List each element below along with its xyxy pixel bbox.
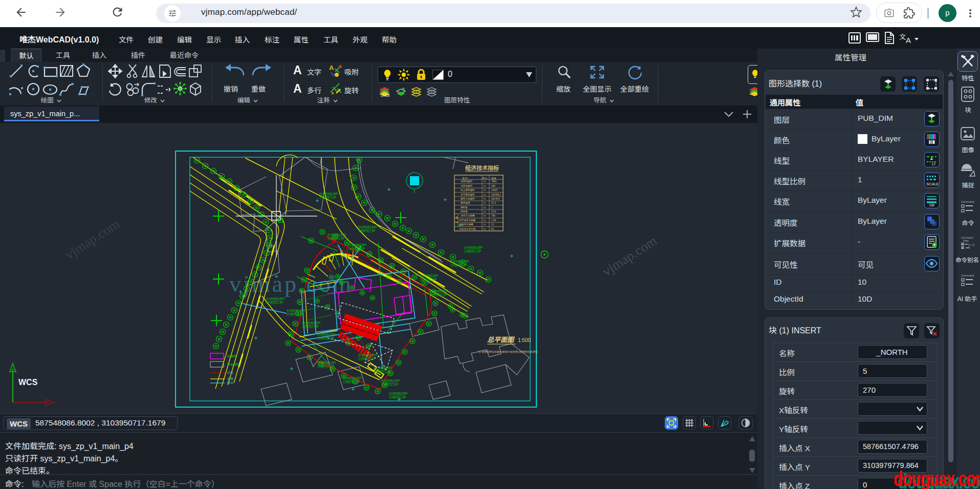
svg-text:m: m (484, 228, 486, 230)
svg-text:Alias: Alias (963, 239, 969, 242)
svg-text:X=340363.599: X=340363.599 (287, 309, 305, 312)
svg-text:7965: 7965 (491, 180, 497, 183)
svg-text:X=340363.599: X=340363.599 (348, 243, 366, 246)
svg-text:vjmap.com: vjmap.com (600, 233, 660, 280)
svg-text:m: m (484, 189, 486, 192)
svg-text:Y=587577.99: Y=587577.99 (420, 278, 437, 281)
svg-text:Y=587577.99: Y=587577.99 (317, 336, 334, 339)
svg-text:其: 其 (455, 217, 458, 219)
svg-text:地下建筑面积: 地下建筑面积 (461, 193, 475, 196)
svg-text:m: m (484, 215, 486, 217)
svg-text:11: 11 (491, 223, 494, 226)
svg-text:总停车位数量: 总停车位数量 (461, 214, 475, 217)
svg-text:28149.9: 28149.9 (491, 198, 500, 200)
svg-text:X=340363.599: X=340363.599 (343, 376, 361, 379)
svg-text:X=340363.599: X=340363.599 (358, 225, 377, 228)
svg-text:m: m (484, 185, 486, 187)
svg-text:Y=587577.99: Y=587577.99 (319, 196, 336, 199)
svg-text:容积率: 容积率 (461, 206, 468, 209)
svg-text:1:500: 1:500 (518, 337, 531, 343)
svg-text:非机动车停车数: 非机动车停车数 (459, 227, 476, 230)
svg-text:SCALE: SCALE (926, 182, 939, 186)
svg-text:m: m (484, 198, 486, 200)
svg-text:63: 63 (491, 228, 494, 230)
svg-text:X=340363.599: X=340363.599 (450, 260, 469, 263)
svg-text:Y=587577.99: Y=587577.99 (464, 249, 481, 252)
svg-text:Y=587577.99: Y=587577.99 (343, 380, 360, 383)
svg-text:(—): (—) (968, 243, 974, 247)
svg-text:X=340363.599: X=340363.599 (319, 192, 338, 195)
svg-text:地下室停车数量: 地下室停车数量 (459, 219, 476, 222)
svg-text:代征地面积: 代征地面积 (461, 184, 472, 187)
svg-text:新建筑: 新建筑 (227, 354, 236, 358)
svg-text:X=340363.599: X=340363.599 (317, 361, 336, 364)
svg-text:文: 文 (899, 33, 906, 41)
svg-text:19.6: 19.6 (491, 210, 496, 213)
svg-text:建筑密度: 建筑密度 (460, 202, 470, 204)
svg-text:m: m (484, 180, 486, 183)
svg-text:Y=587577.99: Y=587577.99 (358, 229, 375, 232)
svg-text:X=340363.599: X=340363.599 (464, 246, 483, 249)
svg-text:3: 3 (491, 206, 493, 209)
svg-text:768: 768 (491, 215, 495, 217)
svg-text:Y=587577.99: Y=587577.99 (317, 365, 334, 368)
svg-text:m: m (484, 202, 486, 204)
svg-text:100456.2: 100456.2 (491, 194, 502, 196)
svg-text:Y=587577.99: Y=587577.99 (266, 301, 283, 304)
svg-text:X=340363.599: X=340363.599 (358, 353, 377, 356)
svg-text:地上建筑面积: 地上建筑面积 (461, 188, 475, 192)
svg-text:绿地率: 绿地率 (461, 210, 468, 213)
svg-text:绿化: 绿化 (227, 381, 233, 385)
svg-text:Y=587577.99: Y=587577.99 (430, 293, 447, 296)
svg-text:Y=587577.99: Y=587577.99 (358, 357, 375, 360)
svg-text:X=340363.599: X=340363.599 (302, 321, 320, 324)
svg-text:Y=587577.99: Y=587577.99 (302, 325, 319, 328)
svg-text:m: m (484, 223, 486, 226)
svg-text:经济技术指标: 经济技术指标 (465, 165, 499, 171)
svg-text:X=340363.599: X=340363.599 (420, 274, 438, 277)
svg-text:Command: Command (961, 200, 974, 203)
svg-text:总平面图: 总平面图 (487, 336, 515, 344)
svg-text:X=340363.599: X=340363.599 (328, 233, 346, 236)
svg-text:Y=587577.99: Y=587577.99 (374, 370, 390, 373)
svg-text:X=340363.599: X=340363.599 (430, 289, 448, 292)
svg-text:m: m (484, 206, 486, 209)
svg-text:LW: LW (929, 203, 934, 207)
svg-text:Y=587577.99: Y=587577.99 (389, 395, 406, 398)
svg-text:m: m (484, 194, 486, 196)
svg-text:总用地面积: 总用地面积 (461, 180, 472, 183)
svg-text:红线: 红线 (227, 371, 233, 374)
svg-text:X=340363.599: X=340363.599 (374, 366, 392, 369)
svg-text:LAYER: LAYER (381, 94, 390, 97)
svg-text:1.56: 1.56 (491, 219, 496, 222)
svg-text:中: 中 (455, 221, 458, 224)
svg-text:16387: 16387 (491, 189, 498, 192)
svg-text:Y=587577.99: Y=587577.99 (328, 237, 344, 240)
svg-text:448: 448 (491, 185, 495, 187)
svg-text:37.2: 37.2 (491, 202, 496, 204)
svg-text:Y=587577.99: Y=587577.99 (348, 247, 365, 250)
svg-text:X=340363.599: X=340363.599 (317, 333, 336, 336)
svg-text:建筑占地面积: 建筑占地面积 (460, 197, 475, 200)
svg-text:A: A (906, 36, 911, 45)
svg-text:道路: 道路 (227, 377, 233, 380)
svg-text:单位: 单位 (483, 177, 488, 180)
svg-text:Y=587577.99: Y=587577.99 (381, 382, 398, 386)
svg-text:X=340363.599: X=340363.599 (266, 297, 285, 300)
svg-text:vjmap.com: vjmap.com (62, 216, 123, 263)
svg-text:Y=587577.99: Y=587577.99 (450, 263, 467, 266)
svg-text:X=340363.599: X=340363.599 (389, 392, 407, 395)
svg-text:既有建筑: 既有建筑 (227, 363, 239, 366)
svg-text:m: m (484, 210, 486, 213)
svg-text:数量: 数量 (491, 177, 496, 180)
svg-text:X=340363.599: X=340363.599 (381, 379, 400, 382)
svg-text:LT: LT (932, 162, 936, 166)
svg-text:A: A (329, 64, 334, 72)
svg-text:Command: Command (961, 274, 974, 277)
svg-text:Y=587577.99: Y=587577.99 (287, 312, 303, 315)
svg-text:注:本建筑定位依据为规划红线及周边建筑物关系定位: 注:本建筑定位依据为规划红线及周边建筑物关系定位 (478, 350, 538, 353)
svg-text:指 标: 指 标 (462, 177, 468, 180)
svg-text:m: m (484, 219, 486, 222)
